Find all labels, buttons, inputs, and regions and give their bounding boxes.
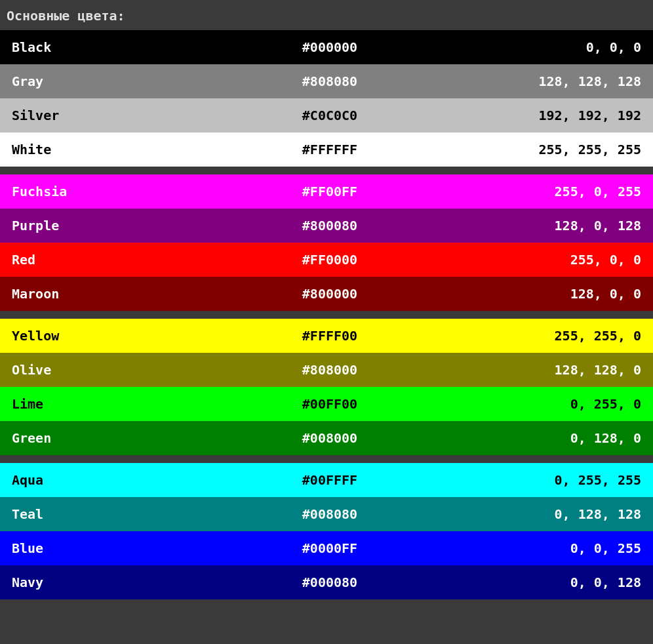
table-row: Navy#0000800, 0, 128 (0, 565, 653, 599)
table-row: Aqua#00FFFF0, 255, 255 (0, 463, 653, 497)
table-row: Black#0000000, 0, 0 (0, 30, 653, 64)
color-hex: #000080 (222, 565, 438, 599)
color-rgb: 255, 0, 0 (437, 243, 653, 277)
color-rgb: 128, 128, 0 (437, 353, 653, 387)
color-hex: #FFFF00 (222, 319, 438, 353)
color-hex: #000000 (222, 30, 438, 64)
color-name: Green (0, 421, 222, 455)
color-rgb: 0, 0, 255 (437, 531, 653, 565)
table-row: Fuchsia#FF00FF255, 0, 255 (0, 174, 653, 209)
color-name: Aqua (0, 463, 222, 497)
table-row: Gray#808080128, 128, 128 (0, 64, 653, 98)
table-row: Red#FF0000255, 0, 0 (0, 243, 653, 277)
color-name: Silver (0, 98, 222, 132)
color-name: Red (0, 243, 222, 277)
color-rgb: 0, 0, 128 (437, 565, 653, 599)
color-rgb: 128, 0, 128 (437, 209, 653, 243)
color-rgb: 255, 255, 0 (437, 319, 653, 353)
color-name: Gray (0, 64, 222, 98)
color-hex: #800080 (222, 209, 438, 243)
color-hex: #0000FF (222, 531, 438, 565)
color-rgb: 128, 128, 128 (437, 64, 653, 98)
table-row: Blue#0000FF0, 0, 255 (0, 531, 653, 565)
color-name: Maroon (0, 277, 222, 311)
color-hex: #00FFFF (222, 463, 438, 497)
table-row: Purple#800080128, 0, 128 (0, 209, 653, 243)
color-rgb: 128, 0, 0 (437, 277, 653, 311)
color-rgb: 0, 255, 0 (437, 387, 653, 421)
color-name: White (0, 132, 222, 167)
color-rgb: 0, 128, 0 (437, 421, 653, 455)
color-rgb: 0, 255, 255 (437, 463, 653, 497)
color-name: Fuchsia (0, 174, 222, 209)
table-row: Maroon#800000128, 0, 0 (0, 277, 653, 311)
color-rgb: 192, 192, 192 (437, 98, 653, 132)
table-row: Lime#00FF000, 255, 0 (0, 387, 653, 421)
color-hex: #C0C0C0 (222, 98, 438, 132)
color-rgb: 255, 255, 255 (437, 132, 653, 167)
color-name: Black (0, 30, 222, 64)
color-hex: #808000 (222, 353, 438, 387)
color-rgb: 0, 0, 0 (437, 30, 653, 64)
color-hex: #00FF00 (222, 387, 438, 421)
color-hex: #800000 (222, 277, 438, 311)
table-row: Green#0080000, 128, 0 (0, 421, 653, 455)
color-name: Navy (0, 565, 222, 599)
color-name: Olive (0, 353, 222, 387)
color-name: Lime (0, 387, 222, 421)
color-name: Purple (0, 209, 222, 243)
color-table: Black#0000000, 0, 0Gray#808080128, 128, … (0, 30, 653, 599)
color-name: Blue (0, 531, 222, 565)
color-name: Yellow (0, 319, 222, 353)
color-rgb: 0, 128, 128 (437, 497, 653, 531)
color-name: Teal (0, 497, 222, 531)
page-title: Основные цвета: (0, 0, 653, 30)
color-hex: #FFFFFF (222, 132, 438, 167)
table-row: Yellow#FFFF00255, 255, 0 (0, 319, 653, 353)
color-hex: #FF00FF (222, 174, 438, 209)
table-row: White#FFFFFF255, 255, 255 (0, 132, 653, 167)
table-row: Teal#0080800, 128, 128 (0, 497, 653, 531)
color-rgb: 255, 0, 255 (437, 174, 653, 209)
color-hex: #808080 (222, 64, 438, 98)
table-row: Silver#C0C0C0192, 192, 192 (0, 98, 653, 132)
color-hex: #FF0000 (222, 243, 438, 277)
table-row: Olive#808000128, 128, 0 (0, 353, 653, 387)
color-hex: #008000 (222, 421, 438, 455)
color-hex: #008080 (222, 497, 438, 531)
